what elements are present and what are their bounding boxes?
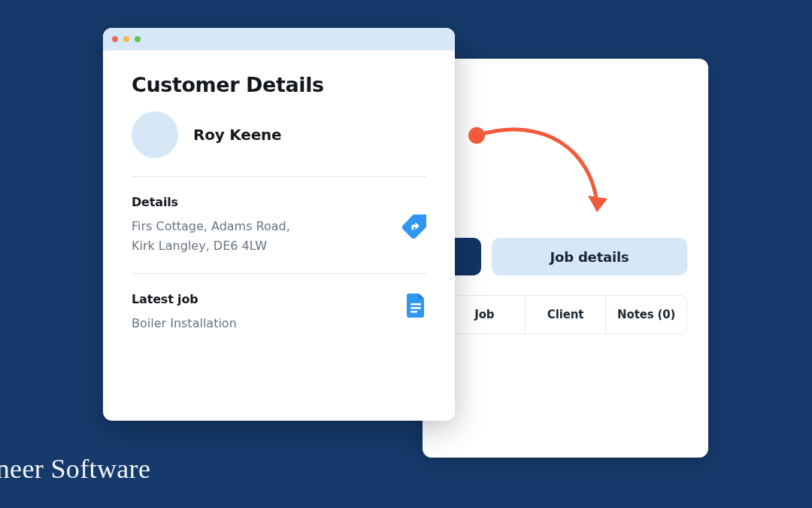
tab-notes-label: Notes (0) [617, 308, 675, 321]
avatar [132, 111, 178, 158]
tab-client[interactable]: Client [525, 296, 606, 333]
tab-notes[interactable]: Notes (0) [605, 296, 686, 333]
job-details-panel: Job details Job Client Notes (0) [423, 59, 708, 458]
svg-rect-3 [411, 307, 421, 309]
customer-details-body: Customer Details Roy Keene Details Firs … [103, 50, 455, 421]
latest-job-heading: Latest job [132, 292, 426, 306]
watermark-text: gineer Software [0, 455, 150, 482]
open-job-document-button[interactable] [407, 294, 426, 321]
svg-rect-2 [411, 303, 421, 305]
details-section: Details Firs Cottage, Adams Road, Kirk L… [132, 195, 426, 273]
window-close-dot[interactable] [112, 36, 118, 42]
address-line-2: Kirk Langley, DE6 4LW [132, 239, 267, 253]
customer-address: Firs Cottage, Adams Road, Kirk Langley, … [132, 217, 357, 255]
window-minimize-dot[interactable] [123, 36, 129, 42]
svg-rect-4 [411, 311, 417, 312]
job-details-tab-label: Job details [550, 249, 629, 265]
document-icon [407, 294, 426, 318]
customer-details-window: Customer Details Roy Keene Details Firs … [103, 28, 455, 421]
details-heading: Details [132, 195, 426, 209]
divider [132, 176, 426, 177]
directions-button[interactable] [401, 214, 426, 243]
window-titlebar [103, 28, 455, 50]
window-maximize-dot[interactable] [135, 36, 141, 42]
latest-job-name: Boiler Installation [132, 316, 237, 330]
address-line-1: Firs Cottage, Adams Road, [132, 219, 290, 233]
latest-job-section: Latest job Boiler Installation [132, 292, 426, 351]
divider [132, 273, 426, 274]
directions-icon [401, 214, 426, 240]
job-details-tab-active[interactable]: Job details [492, 238, 687, 275]
tab-job-label: Job [474, 308, 494, 321]
tab-client-label: Client [547, 308, 583, 321]
tab-job[interactable]: Job [444, 296, 525, 333]
customer-name: Roy Keene [193, 126, 281, 144]
customer-header: Roy Keene [132, 111, 426, 158]
job-subtabs: Job Client Notes (0) [444, 295, 687, 334]
page-title: Customer Details [132, 73, 426, 96]
job-details-tab-group: Job details [444, 238, 687, 275]
